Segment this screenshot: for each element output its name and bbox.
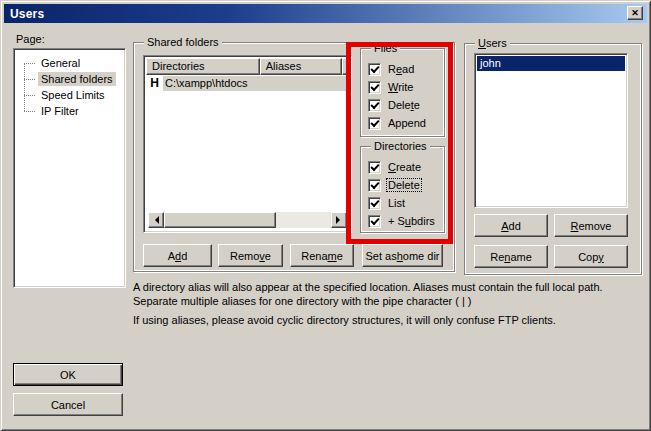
- column-header-aliases[interactable]: Aliases: [260, 58, 342, 75]
- scroll-right-button[interactable]: [331, 212, 347, 228]
- checkbox-row-file-delete[interactable]: Delete: [368, 96, 442, 114]
- users-group-label: Users: [475, 37, 510, 50]
- user-add-button[interactable]: Add: [474, 214, 548, 237]
- alias-help-paragraph-2: If using aliases, please avoid cyclic di…: [133, 313, 636, 327]
- write-checkbox[interactable]: [368, 81, 381, 94]
- checkbox-row-read[interactable]: Read: [368, 60, 442, 78]
- folder-add-button[interactable]: Add: [143, 244, 212, 267]
- checkbox-row-dir-delete[interactable]: Delete: [368, 176, 442, 194]
- page-item-label: IP Filter: [38, 104, 82, 118]
- checkbox-row-append[interactable]: Append: [368, 114, 442, 132]
- column-header-directories[interactable]: Directories: [146, 58, 260, 75]
- column-header-filler: [342, 58, 349, 75]
- user-row-john[interactable]: john: [477, 56, 625, 71]
- file-delete-checkbox[interactable]: [368, 99, 381, 112]
- page-item-label: Speed Limits: [38, 88, 108, 102]
- checkbox-row-write[interactable]: Write: [368, 78, 442, 96]
- subdirs-checkbox[interactable]: [368, 215, 381, 228]
- scroll-thumb[interactable]: [164, 212, 276, 228]
- tree-line: [24, 63, 25, 111]
- directories-group-label: Directories: [371, 140, 430, 153]
- folder-remove-button[interactable]: Remove: [218, 244, 283, 267]
- tree-connector: [24, 63, 35, 64]
- dir-delete-label: Delete: [387, 179, 421, 191]
- files-group-label: Files: [371, 42, 400, 55]
- user-remove-button[interactable]: Remove: [554, 214, 628, 237]
- append-checkbox[interactable]: [368, 117, 381, 130]
- checkbox-row-subdirs[interactable]: + Subdirs: [368, 212, 442, 230]
- append-label: Append: [387, 117, 427, 129]
- dir-delete-checkbox[interactable]: [368, 179, 381, 192]
- close-icon: ✕: [631, 9, 639, 18]
- checkbox-row-list[interactable]: List: [368, 194, 442, 212]
- directories-list[interactable]: Directories Aliases H C:\xampp\htdocs: [143, 55, 352, 233]
- home-directory-marker: H: [146, 76, 163, 90]
- list-label: List: [387, 197, 406, 209]
- ok-button[interactable]: OK: [13, 363, 123, 386]
- cancel-button[interactable]: Cancel: [13, 393, 123, 416]
- folder-rename-button[interactable]: Rename: [290, 244, 354, 267]
- tree-connector: [24, 95, 35, 96]
- close-button[interactable]: ✕: [627, 6, 643, 20]
- file-delete-label: Delete: [387, 99, 421, 111]
- create-label: Create: [387, 161, 422, 173]
- page-item-speed-limits[interactable]: Speed Limits: [16, 87, 123, 103]
- user-copy-button[interactable]: Copy: [554, 245, 628, 268]
- directories-permissions-group: Directories Create Delete List + Subdirs: [360, 146, 445, 233]
- right-arrow-icon: [336, 216, 344, 224]
- horizontal-scrollbar[interactable]: [148, 212, 347, 228]
- users-list[interactable]: john: [474, 53, 628, 208]
- page-item-general[interactable]: General: [16, 55, 123, 71]
- files-permissions-group: Files Read Write Delete Append: [360, 48, 445, 137]
- checkbox-row-create[interactable]: Create: [368, 158, 442, 176]
- page-item-label: Shared folders: [38, 72, 116, 86]
- set-as-home-dir-button[interactable]: Set as home dir: [362, 244, 443, 267]
- window-title: Users: [4, 7, 44, 21]
- read-label: Read: [387, 63, 415, 75]
- read-checkbox[interactable]: [368, 63, 381, 76]
- scroll-track[interactable]: [276, 212, 331, 228]
- subdirs-label: + Subdirs: [387, 215, 436, 227]
- alias-help-paragraph-1: A directory alias will also appear at th…: [133, 280, 636, 308]
- create-checkbox[interactable]: [368, 161, 381, 174]
- shared-folders-group-label: Shared folders: [144, 36, 222, 49]
- tree-connector: [24, 111, 35, 112]
- directory-row[interactable]: H C:\xampp\htdocs: [146, 75, 349, 91]
- scroll-left-button[interactable]: [148, 212, 164, 228]
- tree-connector: [24, 79, 35, 80]
- user-rename-button[interactable]: Rename: [474, 245, 548, 268]
- page-item-label: General: [38, 56, 83, 70]
- title-bar[interactable]: Users ✕: [4, 4, 647, 23]
- write-label: Write: [387, 81, 414, 93]
- directories-list-header: Directories Aliases: [146, 58, 349, 75]
- page-item-shared-folders[interactable]: Shared folders: [16, 71, 123, 87]
- list-checkbox[interactable]: [368, 197, 381, 210]
- page-label: Page:: [16, 33, 45, 45]
- users-dialog: { "window": { "title": "Users" }, "icons…: [0, 0, 651, 431]
- alias-help-text: A directory alias will also appear at th…: [133, 280, 636, 327]
- directory-path: C:\xampp\htdocs: [163, 76, 349, 91]
- page-tree[interactable]: General Shared folders Speed Limits IP F…: [13, 48, 126, 288]
- left-arrow-icon: [151, 216, 159, 224]
- page-item-ip-filter[interactable]: IP Filter: [16, 103, 123, 119]
